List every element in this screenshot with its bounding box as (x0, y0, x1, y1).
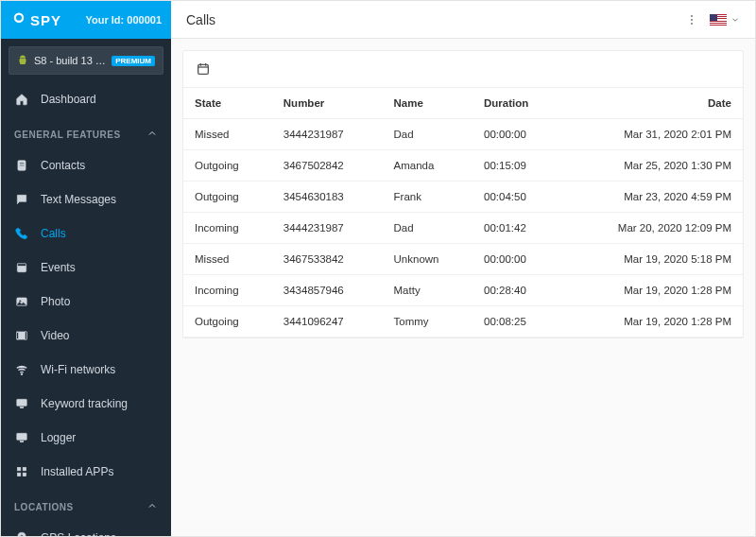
col-number[interactable]: Number (272, 88, 383, 119)
sidebar-item-contacts[interactable]: Contacts (1, 148, 171, 182)
sidebar-item-label: GPS Locations (41, 531, 116, 536)
user-id: Your Id: 000001 (86, 14, 163, 26)
cell-date: Mar 19, 2020 1:28 PM (562, 306, 743, 338)
more-menu-button[interactable] (685, 15, 698, 25)
sidebar-item-events[interactable]: Events (1, 251, 171, 285)
svg-rect-8 (17, 332, 19, 339)
section-label: GENERAL FEATURES (14, 130, 121, 140)
sidebar-top-bar: SPY Your Id: 000001 (1, 1, 171, 39)
cell-duration: 00:15:09 (472, 150, 562, 182)
apps-grid-icon (14, 464, 29, 479)
cell-number: 3467533842 (272, 244, 383, 275)
brand-logo[interactable]: SPY (10, 11, 61, 28)
device-name: S8 - build 13 - 5... (34, 55, 106, 66)
sidebar-item-text-messages[interactable]: Text Messages (1, 182, 171, 217)
cell-duration: 00:00:00 (472, 119, 562, 150)
cell-name: Frank (383, 182, 472, 213)
cell-state: Outgoing (183, 182, 272, 213)
chevron-down-icon (730, 15, 740, 25)
sidebar: SPY Your Id: 000001 S8 - build 13 - 5...… (1, 1, 171, 536)
cell-duration: 00:04:50 (472, 182, 562, 213)
svg-rect-1 (20, 163, 25, 164)
table-row[interactable]: Incoming3444231987Dad00:01:42Mar 20, 202… (183, 213, 743, 244)
main-area: Calls State (171, 1, 755, 536)
table-row[interactable]: Outgoing3467502842Amanda00:15:09Mar 25, … (183, 150, 743, 182)
cell-name: Amanda (383, 150, 472, 182)
contacts-icon (14, 158, 29, 173)
svg-rect-9 (26, 332, 27, 339)
table-header-row: State Number Name Duration Date (183, 88, 743, 119)
brand-name: SPY (30, 12, 61, 28)
table-row[interactable]: Incoming3434857946Matty00:28:40Mar 19, 2… (183, 275, 743, 306)
device-selector[interactable]: S8 - build 13 - 5... PREMIUM (9, 46, 163, 75)
sidebar-item-photo[interactable]: Photo (1, 285, 171, 319)
svg-point-10 (21, 373, 22, 374)
cell-date: Mar 19, 2020 1:28 PM (562, 275, 743, 306)
svg-rect-22 (198, 64, 209, 74)
svg-rect-16 (23, 467, 26, 471)
sidebar-nav: Dashboard GENERAL FEATURES Contacts Text… (1, 82, 171, 536)
chevron-up-icon (146, 500, 158, 513)
page-title: Calls (186, 12, 215, 27)
app-root: SPY Your Id: 000001 S8 - build 13 - 5...… (0, 0, 756, 537)
svg-rect-15 (17, 467, 21, 471)
sidebar-item-dashboard[interactable]: Dashboard (1, 82, 171, 116)
svg-rect-12 (20, 407, 24, 408)
phone-icon (14, 226, 29, 241)
cell-date: Mar 19, 2020 5:18 PM (562, 244, 743, 275)
pin-icon (14, 530, 29, 536)
cell-number: 3467502842 (272, 150, 383, 182)
calendar-icon (196, 61, 211, 77)
video-icon (14, 328, 29, 343)
sidebar-item-keyword-tracking[interactable]: Keyword tracking (1, 387, 171, 421)
cell-number: 3441096247 (272, 306, 383, 338)
sidebar-item-label: Logger (41, 431, 76, 444)
calls-panel: State Number Name Duration Date Missed34… (182, 50, 744, 338)
table-row[interactable]: Missed3467533842Unknown00:00:00Mar 19, 2… (183, 244, 743, 275)
table-row[interactable]: Missed3444231987Dad00:00:00Mar 31, 2020 … (183, 119, 743, 150)
svg-rect-17 (17, 473, 21, 476)
cell-duration: 00:00:00 (472, 244, 562, 275)
cell-date: Mar 31, 2020 2:01 PM (562, 119, 743, 150)
panel-toolbar (183, 51, 743, 87)
col-duration[interactable]: Duration (472, 88, 562, 119)
sidebar-item-logger[interactable]: Logger (1, 421, 171, 455)
section-general-features[interactable]: GENERAL FEATURES (1, 116, 171, 148)
table-row[interactable]: Outgoing3454630183Frank00:04:50Mar 23, 2… (183, 182, 743, 213)
cell-name: Dad (383, 119, 472, 150)
language-selector[interactable] (710, 14, 740, 26)
section-locations[interactable]: LOCATIONS (1, 489, 171, 521)
calls-table: State Number Name Duration Date Missed34… (183, 87, 743, 338)
cell-date: Mar 23, 2020 4:59 PM (562, 182, 743, 213)
header-actions (685, 14, 740, 26)
us-flag-icon (710, 14, 727, 26)
cell-duration: 00:01:42 (472, 213, 562, 244)
home-icon (14, 92, 29, 107)
sidebar-item-video[interactable]: Video (1, 319, 171, 353)
page-header: Calls (171, 1, 755, 39)
cell-state: Outgoing (183, 150, 272, 182)
cell-state: Incoming (183, 275, 272, 306)
table-row[interactable]: Outgoing3441096247Tommy00:08:25Mar 19, 2… (183, 306, 743, 338)
cell-name: Matty (383, 275, 472, 306)
col-date[interactable]: Date (562, 88, 743, 119)
premium-badge: PREMIUM (112, 56, 155, 66)
sidebar-item-label: Text Messages (41, 193, 116, 206)
sidebar-item-gps-locations[interactable]: GPS Locations (1, 521, 171, 536)
cell-number: 3444231987 (272, 213, 383, 244)
svg-rect-2 (20, 165, 25, 165)
sidebar-item-label: Events (41, 261, 76, 274)
android-icon (17, 55, 28, 66)
sidebar-item-calls[interactable]: Calls (1, 217, 171, 251)
svg-rect-18 (23, 473, 26, 476)
sidebar-item-label: Video (41, 329, 69, 342)
sidebar-item-wifi[interactable]: Wi-Fi networks (1, 353, 171, 387)
cell-number: 3444231987 (272, 119, 383, 150)
sidebar-item-installed-apps[interactable]: Installed APPs (1, 455, 171, 489)
col-state[interactable]: State (183, 88, 272, 119)
date-filter-button[interactable] (193, 59, 214, 79)
sidebar-item-label: Photo (41, 295, 70, 308)
svg-rect-13 (17, 433, 27, 440)
col-name[interactable]: Name (383, 88, 472, 119)
sidebar-item-label: Wi-Fi networks (41, 363, 115, 376)
